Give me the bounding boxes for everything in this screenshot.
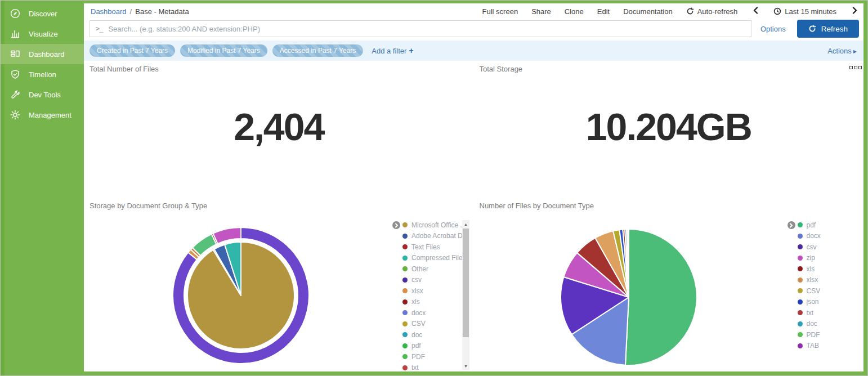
top-menu-item-documentation[interactable]: Documentation	[623, 7, 672, 16]
panel-title: Total Number of Files	[90, 65, 159, 73]
legend-item-docx[interactable]: docx	[798, 231, 864, 242]
legend-item-doc[interactable]: doc	[798, 319, 864, 330]
legend-swatch	[402, 244, 408, 249]
pie-slice-zip[interactable]	[213, 227, 241, 244]
chevron-right-icon	[852, 7, 857, 16]
chevron-left-icon	[753, 7, 758, 16]
sidebar-item-dev-tools[interactable]: Dev Tools	[1, 84, 84, 105]
legend-label: txt	[807, 309, 814, 317]
legend-label: PDF	[807, 331, 820, 339]
legend-collapse-icon[interactable]	[392, 221, 400, 229]
legend-item-pdf[interactable]: PDF	[798, 329, 864, 341]
scroll-down-icon[interactable]: ▼	[462, 362, 469, 370]
refresh-icon	[686, 7, 694, 15]
filter-pill-accessed-in-past-7-years[interactable]: Accessed in Past 7 Years	[272, 44, 363, 57]
legend-swatch	[798, 222, 803, 227]
sidebar-item-label: Dev Tools	[29, 91, 61, 99]
legend-swatch	[798, 310, 803, 315]
legend-item-tab[interactable]: TAB	[798, 341, 864, 352]
panel-total-storage: Total Storage 10.204GB	[474, 61, 864, 198]
legend-swatch	[402, 343, 408, 348]
legend-item-pdf[interactable]: pdf	[798, 220, 864, 231]
legend-item-csv[interactable]: csv	[798, 241, 864, 253]
legend-item-zip[interactable]: zip	[798, 253, 864, 264]
legend-item-xls[interactable]: xls	[798, 263, 864, 275]
sidebar-item-management[interactable]: Management	[1, 105, 84, 125]
top-menu: Full screen Share Clone Edit Documentati…	[482, 7, 859, 16]
legend-swatch	[798, 343, 803, 348]
legend-swatch	[402, 321, 408, 326]
clock-icon	[773, 7, 781, 15]
top-nav-bar: Dashboard/Base - Metadata Full screen Sh…	[84, 3, 863, 18]
legend-swatch	[402, 299, 408, 305]
legend-collapse-icon[interactable]	[788, 221, 795, 229]
scroll-up-icon[interactable]: ▲	[462, 220, 469, 228]
sidebar-item-label: Management	[29, 111, 71, 119]
scrollbar-thumb[interactable]	[463, 229, 469, 337]
legend-label: pdf	[411, 342, 421, 350]
top-menu-item-share[interactable]: Share	[531, 7, 551, 16]
legend-item-csv[interactable]: CSV	[798, 285, 864, 297]
top-menu-item-full-screen[interactable]: Full screen	[482, 7, 518, 16]
sidebar-item-dashboard[interactable]: Dashboard	[1, 44, 84, 64]
refresh-button[interactable]: Refresh	[797, 20, 859, 38]
top-menu-item-clone[interactable]: Clone	[565, 7, 584, 16]
pie-chart-files-by-type	[559, 227, 699, 367]
breadcrumb-current: Base - Metadata	[135, 7, 189, 16]
legend-label: txt	[411, 364, 419, 371]
time-prev-button[interactable]	[751, 7, 760, 16]
legend-item-txt[interactable]: txt	[798, 307, 864, 319]
metric-total-storage: 10.204GB	[474, 105, 864, 149]
filter-bar: Created in Past 7 Years Modified in Past…	[84, 41, 863, 61]
filter-actions-button[interactable]: Actions▶	[827, 47, 857, 55]
legend-label: pdf	[807, 221, 816, 229]
legend-label: doc	[807, 320, 817, 328]
legend-swatch	[798, 234, 803, 239]
legend-swatch	[798, 256, 803, 261]
sidebar-item-discover[interactable]: Discover	[1, 3, 84, 24]
legend-label: Adobe Acrobat D...	[411, 232, 468, 240]
legend-label: doc	[411, 331, 422, 339]
search-input[interactable]	[108, 25, 745, 33]
panel-title: Storage by Document Group & Type	[90, 202, 207, 210]
auto-refresh-button[interactable]: Auto-refresh	[686, 7, 738, 16]
metric-row: Total Number of Files 2,404 Total Storag…	[84, 61, 863, 198]
search-box: >_	[90, 20, 751, 37]
legend-item-json[interactable]: json	[798, 297, 864, 308]
add-filter-button[interactable]: Add a filter+	[372, 46, 413, 55]
panel-options-icon[interactable]	[849, 66, 862, 69]
time-picker-button[interactable]: Last 15 minutes	[773, 7, 836, 16]
legend-swatch	[402, 234, 408, 239]
time-next-button[interactable]	[850, 7, 859, 16]
legend-swatch	[402, 332, 408, 337]
legend-label: xls	[411, 298, 420, 306]
legend-label: xlsx	[807, 276, 818, 284]
dashboard-grid: Total Number of Files 2,404 Total Storag…	[84, 61, 863, 371]
sidebar-item-label: Timelion	[29, 70, 56, 79]
filter-pill-created-in-past-7-years[interactable]: Created in Past 7 Years	[90, 44, 175, 57]
panel-storage-by-group: Storage by Document Group & Type Microso…	[84, 198, 474, 371]
legend-label: PDF	[411, 353, 425, 361]
panel-files-by-type: Number of Files by Document Type pdf	[474, 198, 864, 371]
dashboard-icon	[10, 48, 21, 60]
plus-icon: +	[409, 46, 413, 55]
legend-item-xlsx[interactable]: xlsx	[798, 275, 864, 286]
filter-pill-modified-in-past-7-years[interactable]: Modified in Past 7 Years	[180, 44, 267, 57]
pie-slice-pdf[interactable]	[625, 229, 696, 365]
legend-label: TAB	[807, 342, 819, 350]
breadcrumb: Dashboard/Base - Metadata	[91, 7, 189, 16]
legend-swatch	[402, 288, 408, 293]
legend-label: docx	[807, 232, 821, 240]
sidebar: Discover Visualize Dashboard Timelion De…	[1, 1, 84, 375]
breadcrumb-dashboard-link[interactable]: Dashboard	[91, 7, 127, 16]
top-menu-item-edit[interactable]: Edit	[597, 7, 610, 16]
breadcrumb-separator: /	[130, 7, 132, 16]
options-link[interactable]: Options	[760, 25, 786, 33]
legend-scrollbar[interactable]: ▲ ▼	[462, 220, 469, 370]
legend-swatch	[798, 277, 803, 283]
legend-label: csv	[411, 276, 422, 284]
sidebar-item-timelion[interactable]: Timelion	[1, 64, 84, 84]
sidebar-item-visualize[interactable]: Visualize	[1, 24, 84, 44]
metric-total-files: 2,404	[84, 105, 474, 149]
legend-swatch	[798, 288, 803, 293]
